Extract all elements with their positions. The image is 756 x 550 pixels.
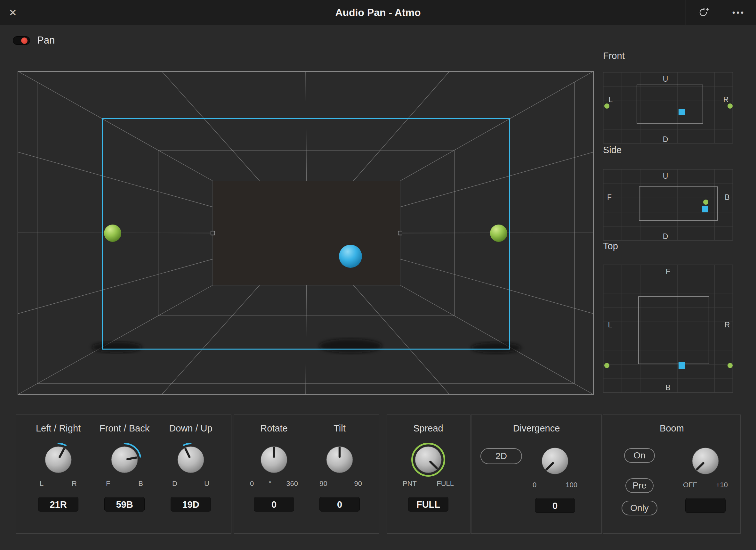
rotate-range: 0°360: [250, 480, 298, 488]
left-right-control: Left / Right LR 21R: [33, 423, 84, 512]
side-label-back: B: [725, 193, 729, 201]
rotate-knob[interactable]: [256, 442, 292, 478]
divergence-range: 0100: [533, 481, 577, 489]
side-label-down: D: [663, 232, 668, 240]
rotate-label: Rotate: [260, 423, 287, 434]
spread-knob[interactable]: [410, 442, 446, 478]
front-speaker-left-dot: [604, 103, 609, 109]
floor-shadows: [92, 339, 521, 353]
left-right-label: Left / Right: [36, 423, 81, 434]
boom-pre-button[interactable]: Pre: [625, 478, 654, 493]
front-speaker-right-dot: [728, 103, 733, 109]
boom-value[interactable]: [685, 498, 726, 513]
pan-toggle-row: Pan: [13, 35, 55, 46]
front-back-label: Front / Back: [100, 423, 149, 434]
close-icon: ✕: [9, 7, 17, 18]
front-pan-marker[interactable]: [679, 109, 685, 115]
boom-only-button[interactable]: Only: [622, 501, 657, 515]
side-pan-marker[interactable]: [702, 206, 708, 212]
down-up-value[interactable]: 19D: [171, 497, 211, 512]
close-button[interactable]: ✕: [0, 0, 26, 25]
left-edge-handle[interactable]: [211, 231, 215, 235]
front-label-down: D: [663, 135, 668, 143]
front-back-value[interactable]: 59B: [104, 497, 145, 512]
side-label-front: F: [607, 193, 612, 201]
spread-range: PNTFULL: [403, 480, 454, 488]
top-speaker-left-dot: [604, 363, 609, 368]
divergence-knob[interactable]: [537, 443, 573, 479]
speaker-right-ball: [490, 224, 507, 242]
boom-group: Boom On Pre Only OFF+10: [603, 415, 741, 534]
tilt-label: Tilt: [334, 423, 346, 434]
titlebar: ✕ Audio Pan - Atmo •••: [0, 0, 756, 25]
down-up-label: Down / Up: [169, 423, 212, 434]
down-up-range: DU: [172, 480, 209, 488]
side-view-title: Side: [603, 145, 622, 155]
down-up-control: Down / Up DU 19D: [165, 423, 216, 512]
pan-3d-view[interactable]: [18, 71, 594, 395]
boom-range: OFF+10: [683, 481, 728, 489]
position-controls-group: Left / Right LR 21R Front / Back FB 59B …: [16, 415, 231, 534]
front-back-range: FB: [106, 480, 143, 488]
pan-toggle-indicator: [21, 37, 28, 44]
left-right-range: LR: [40, 480, 77, 488]
top-label-right: R: [725, 321, 730, 329]
left-right-knob[interactable]: [40, 442, 76, 478]
divergence-label: Divergence: [471, 423, 601, 434]
divergence-2d-button[interactable]: 2D: [480, 448, 522, 464]
top-label-back: B: [665, 384, 670, 392]
spread-label: Spread: [413, 423, 443, 434]
page-title: Audio Pan - Atmo: [0, 0, 756, 25]
pan-toggle[interactable]: [13, 36, 30, 45]
tilt-value[interactable]: 0: [319, 497, 360, 512]
reset-button[interactable]: [686, 0, 721, 25]
right-edge-handle[interactable]: [398, 231, 402, 235]
screen-wall: [213, 181, 400, 285]
top-label-front: F: [666, 267, 670, 276]
top-label-left: L: [608, 321, 612, 329]
pan-label: Pan: [37, 35, 55, 46]
speaker-left-ball: [104, 224, 121, 242]
divergence-group: Divergence 2D 0100 0: [471, 415, 602, 534]
side-speaker-dot: [703, 199, 708, 205]
boom-on-button[interactable]: On: [624, 448, 655, 463]
side-label-up: U: [663, 172, 668, 180]
divergence-value[interactable]: 0: [535, 498, 575, 513]
side-view[interactable]: U D F B: [603, 169, 733, 240]
top-view[interactable]: F B L R: [603, 264, 733, 393]
tilt-control: Tilt -9090 0: [314, 423, 365, 512]
boom-label: Boom: [603, 423, 740, 434]
boom-control: OFF+10: [680, 443, 731, 513]
front-back-knob[interactable]: [107, 442, 142, 478]
down-up-knob[interactable]: [173, 442, 209, 478]
front-view[interactable]: U D L R: [603, 72, 733, 143]
tilt-knob[interactable]: [322, 442, 358, 478]
front-label-right: R: [723, 95, 729, 104]
top-speaker-right-dot: [728, 363, 733, 368]
spread-control: Spread PNTFULL FULL: [403, 423, 454, 512]
overflow-menu-icon: •••: [732, 8, 745, 18]
titlebar-actions: •••: [686, 0, 756, 25]
spread-group: Spread PNTFULL FULL: [387, 415, 470, 534]
rotation-controls-group: Rotate 0°360 0 Tilt -9090 0: [234, 415, 379, 534]
left-right-value[interactable]: 21R: [38, 497, 78, 512]
pan-puck[interactable]: [339, 245, 362, 268]
reset-icon: [698, 7, 709, 18]
top-pan-marker[interactable]: [679, 362, 685, 369]
overflow-menu-button[interactable]: •••: [721, 0, 756, 25]
top-view-title: Top: [603, 241, 618, 251]
rotate-value[interactable]: 0: [254, 497, 294, 512]
divergence-control: 0100 0: [529, 443, 581, 513]
front-back-control: Front / Back FB 59B: [99, 423, 150, 512]
rotate-control: Rotate 0°360 0: [248, 423, 300, 512]
front-label-left: L: [609, 95, 613, 104]
boom-knob[interactable]: [688, 443, 723, 479]
spread-value[interactable]: FULL: [408, 497, 448, 512]
audio-pan-window: ✕ Audio Pan - Atmo ••• Pan: [0, 0, 756, 550]
tilt-range: -9090: [317, 480, 362, 488]
front-label-up: U: [663, 75, 668, 83]
front-view-title: Front: [603, 51, 625, 61]
